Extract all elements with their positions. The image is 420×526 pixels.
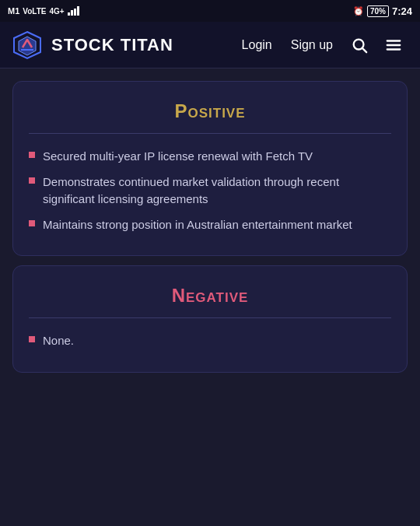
- svg-rect-2: [74, 9, 76, 16]
- positive-card: Positive Secured multi-year IP license r…: [12, 81, 408, 256]
- bullet-icon: [29, 177, 35, 184]
- status-left: M1 VoLTE 4G+: [8, 6, 80, 16]
- login-link[interactable]: Login: [236, 35, 278, 55]
- list-item: Maintains strong position in Australian …: [29, 216, 391, 234]
- svg-line-7: [362, 48, 366, 52]
- bullet-icon: [29, 336, 35, 342]
- positive-title: Positive: [29, 100, 391, 122]
- brand-name: STOCK TITAN: [51, 35, 226, 55]
- svg-rect-3: [77, 6, 79, 16]
- bullet-icon: [29, 220, 35, 226]
- bullet-icon: [29, 152, 35, 158]
- svg-rect-1: [71, 10, 73, 16]
- main-content: Positive Secured multi-year IP license r…: [0, 68, 420, 385]
- status-bar: M1 VoLTE 4G+ ⏰ 70% 7:24: [0, 0, 420, 22]
- negative-bullet-list: None.: [29, 332, 391, 350]
- carrier-text: M1: [8, 6, 19, 16]
- list-item: None.: [29, 332, 391, 350]
- svg-rect-0: [68, 12, 70, 16]
- search-button[interactable]: [345, 31, 373, 59]
- navbar: STOCK TITAN Login Sign up: [0, 22, 420, 68]
- positive-bullet-list: Secured multi-year IP license renewal wi…: [29, 148, 391, 233]
- nav-links: Login Sign up: [236, 31, 408, 59]
- time-display: 7:24: [392, 5, 412, 17]
- list-item: Secured multi-year IP license renewal wi…: [29, 148, 391, 166]
- logo-icon: [12, 30, 42, 60]
- signal-icon: [68, 6, 80, 16]
- alarm-icon: ⏰: [353, 6, 364, 16]
- network-text: VoLTE: [23, 7, 46, 16]
- negative-card: Negative None.: [12, 265, 408, 373]
- list-item: Demonstrates continued market validation…: [29, 174, 391, 209]
- battery-indicator: 70%: [367, 5, 389, 17]
- signup-link[interactable]: Sign up: [285, 35, 339, 55]
- negative-divider: [29, 317, 391, 318]
- negative-title: Negative: [29, 285, 391, 307]
- positive-divider: [29, 133, 391, 134]
- status-right: ⏰ 70% 7:24: [353, 5, 412, 17]
- network-type: 4G+: [49, 7, 64, 16]
- menu-button[interactable]: [380, 31, 408, 59]
